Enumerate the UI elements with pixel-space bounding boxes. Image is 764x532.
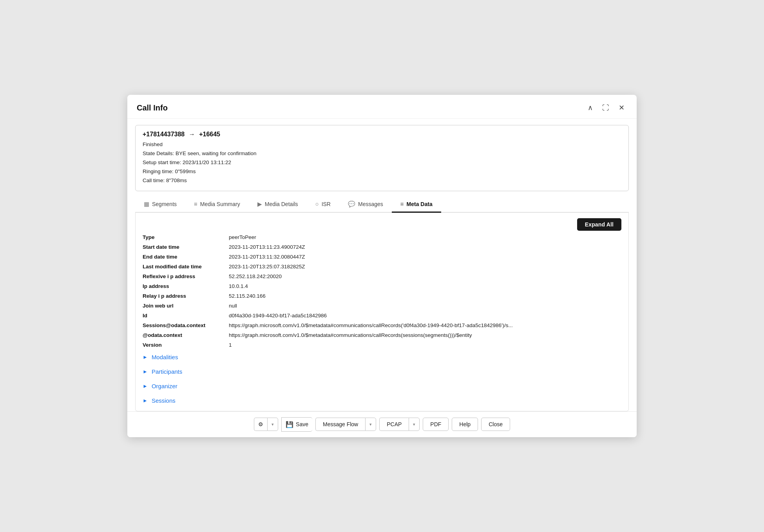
tab-media-details[interactable]: ▶ Media Details [249,197,307,213]
help-label: Help [459,421,471,427]
state-details-value: BYE seen, waiting for confirmation [176,150,256,156]
modal-header: Call Info ∧ ⛶ ✕ [127,95,637,119]
tab-messages[interactable]: 💬 Messages [339,197,392,213]
meta-key: Sessions@odata.context [143,322,229,328]
meta-val: 2023-11-20T13:25:07.3182825Z [229,264,305,270]
messages-icon: 💬 [348,201,355,208]
pcap-group: PCAP ▾ [379,418,420,431]
meta-val: d0f4a30d-1949-4420-bf17-ada5c1842986 [229,313,327,318]
save-button[interactable]: 💾 Save [281,417,312,432]
message-flow-dropdown-button[interactable]: ▾ [365,418,376,431]
pdf-button[interactable]: PDF [423,418,449,431]
meta-row: Last modified date time 2023-11-20T13:25… [143,262,621,271]
meta-key: Ip address [143,283,229,289]
call-time-label: Call time: [143,177,165,183]
meta-val: 2023-11-20T13:11:23.4900724Z [229,244,305,250]
call-time-value: 8"708ms [166,177,187,183]
expand-arrow-icon: ► [143,369,148,375]
expand-arrow-icon: ► [143,354,148,360]
call-status: Finished [143,140,621,149]
pcap-button[interactable]: PCAP [379,418,409,431]
settings-button[interactable]: ⚙ [254,418,267,431]
chevron-up-icon: ∧ [588,103,593,112]
meta-key: End date time [143,254,229,260]
call-route: +17814437388 → +16645 [143,131,621,138]
meta-val: 52.115.240.166 [229,293,266,299]
meta-val: 52.252.118.242:20020 [229,273,282,279]
meta-val: https://graph.microsoft.com/v1.0/$metada… [229,322,513,328]
meta-row: Id d0f4a30d-1949-4420-bf17-ada5c1842986 [143,311,621,320]
isr-icon: ○ [315,201,319,207]
expandable-section-organizer[interactable]: ► Organizer [136,379,628,393]
expand-all-button[interactable]: Expand All [577,218,621,231]
meta-key: Type [143,234,229,240]
meta-key: Start date time [143,244,229,250]
meta-val: 2023-11-20T13:11:32.0080447Z [229,254,305,260]
expandable-label: Organizer [152,383,177,389]
tab-segments[interactable]: ▦ Segments [135,197,185,213]
meta-key: Id [143,313,229,318]
tab-messages-label: Messages [358,201,383,207]
tab-meta-data[interactable]: ≡ Meta Data [392,197,441,213]
call-details: Finished State Details: BYE seen, waitin… [143,140,621,185]
tabs-bar: ▦ Segments ≡ Media Summary ▶ Media Detai… [135,197,629,213]
call-route-arrow: → [189,131,195,138]
collapse-button[interactable]: ∧ [585,102,596,114]
meta-row: Reflexive i p address 52.252.118.242:200… [143,271,621,281]
tab-isr[interactable]: ○ ISR [307,197,339,213]
meta-table: Type peerToPeer Start date time 2023-11-… [136,232,628,350]
save-icon: 💾 [286,421,293,428]
message-flow-button[interactable]: Message Flow [315,418,365,431]
pcap-dropdown-icon: ▾ [413,422,415,427]
close-footer-button[interactable]: Close [481,418,510,431]
settings-dropdown-button[interactable]: ▾ [267,418,278,431]
meta-key: Reflexive i p address [143,273,229,279]
header-actions: ∧ ⛶ ✕ [585,102,627,114]
meta-content: Expand All Type peerToPeer Start date ti… [135,213,629,411]
meta-data-icon: ≡ [400,201,404,207]
meta-row: Type peerToPeer [143,232,621,242]
meta-val: 10.0.1.4 [229,283,248,289]
save-label: Save [296,421,308,427]
tab-media-summary[interactable]: ≡ Media Summary [185,197,249,213]
settings-icon: ⚙ [258,421,263,427]
meta-key: Last modified date time [143,264,229,270]
maximize-button[interactable]: ⛶ [599,102,612,114]
settings-dropdown-arrow-icon: ▾ [272,422,274,427]
expand-arrow-icon: ► [143,383,148,389]
pdf-label: PDF [430,421,441,427]
expand-arrow-icon: ► [143,398,148,404]
call-time: Call time: 8"708ms [143,176,621,185]
help-button[interactable]: Help [452,418,478,431]
call-info-modal: Call Info ∧ ⛶ ✕ +17814437388 → +16645 Fi… [127,95,637,437]
pcap-label: PCAP [387,421,402,427]
close-footer-label: Close [489,421,503,427]
media-summary-icon: ≡ [194,201,197,207]
call-ringing-time: Ringing time: 0"599ms [143,167,621,176]
modal-footer: ⚙ ▾ 💾 Save Message Flow ▾ PCAP [127,411,637,437]
expandable-section-sessions[interactable]: ► Sessions [136,393,628,408]
modal-title: Call Info [137,103,168,112]
settings-group: ⚙ ▾ [254,418,278,431]
setup-start-label: Setup start time: [143,159,181,165]
meta-row: Version 1 [143,340,621,350]
call-to: +16645 [199,131,220,138]
expandable-label: Sessions [152,397,176,404]
close-button[interactable]: ✕ [616,102,627,114]
tab-media-summary-label: Media Summary [200,201,240,207]
ringing-label: Ringing time: [143,168,174,174]
call-state-details: State Details: BYE seen, waiting for con… [143,149,621,158]
meta-val: peerToPeer [229,234,256,240]
meta-val: null [229,303,237,309]
pcap-dropdown-button[interactable]: ▾ [409,418,420,431]
expandable-section-modalities[interactable]: ► Modalities [136,350,628,364]
meta-val: 1 [229,342,232,348]
tab-segments-label: Segments [152,201,177,207]
ringing-value: 0"599ms [175,168,196,174]
message-flow-dropdown-icon: ▾ [369,422,372,427]
expandable-label: Modalities [152,354,178,360]
setup-start-value: 2023/11/20 13:11:22 [183,159,231,165]
expandable-section-participants[interactable]: ► Participants [136,364,628,379]
meta-row: Relay i p address 52.115.240.166 [143,291,621,301]
meta-row: @odata.context https://graph.microsoft.c… [143,330,621,340]
